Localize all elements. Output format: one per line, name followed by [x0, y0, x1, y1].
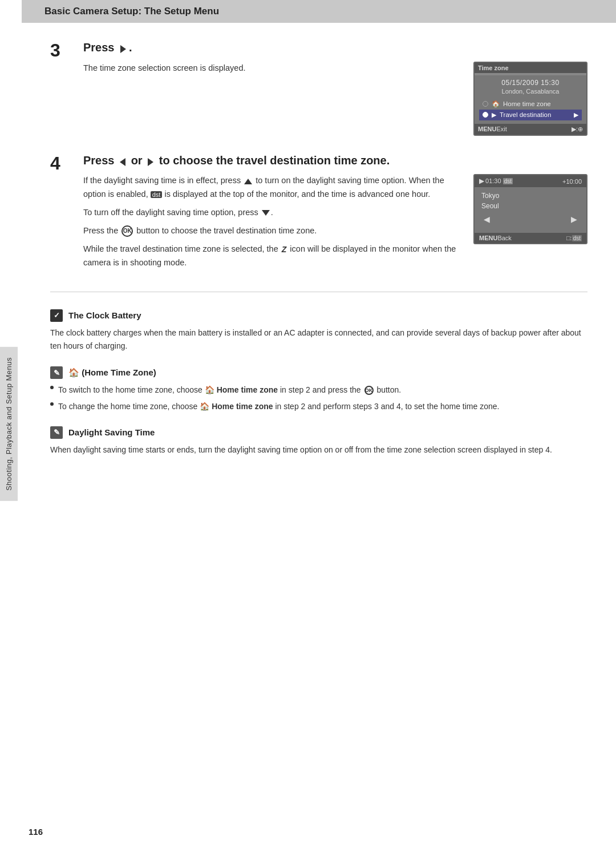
step-3-press-label: Press — [83, 41, 115, 54]
note-clock-battery-header: ✓ The Clock Battery — [50, 309, 587, 322]
screen1-row-1: 🏠 Home time zone — [479, 98, 582, 110]
step-3-section: 3 Press . The time zone selection screen… — [50, 40, 587, 136]
note-icon-pencil-1: ✎ — [50, 366, 63, 379]
step4-title-rest: to choose the travel destination time zo… — [159, 154, 390, 167]
bullet-dot-2 — [50, 402, 54, 406]
step-3-title-suffix: . — [129, 41, 132, 54]
screen1-row2-label: Travel destination — [500, 111, 551, 118]
screen2-header: ▶ 01:30 dst +10:00 — [475, 175, 586, 187]
note-home-bullet-1-text: To switch to the home time zone, choose … — [58, 383, 401, 396]
screen2-header-right: +10:00 — [562, 178, 582, 185]
screen2-city-1: Tokyo — [479, 191, 582, 201]
note-home-time-zone: ✎ 🏠 (Home Time Zone) To switch to the ho… — [50, 366, 587, 413]
step-4-section: 4 Press or to choose the travel destinat… — [50, 153, 587, 274]
screen1-footer: MENUExit ▶:⊕ — [475, 124, 586, 135]
step-3-arrow-right — [119, 41, 127, 56]
header-title: Basic Camera Setup: The Setup Menu — [44, 6, 219, 17]
note-dst-text: When daylight saving time starts or ends… — [50, 443, 587, 457]
step-3-content-row: The time zone selection screen is displa… — [83, 62, 587, 136]
step-4-title: Press or to choose the travel destinatio… — [83, 153, 587, 169]
step4-para4: While the travel destination time zone i… — [83, 243, 462, 270]
nav-right-arrow: ▶ — [571, 215, 577, 224]
step-3-number: 3 — [50, 40, 78, 59]
row2-arrow: ▶ — [574, 111, 578, 119]
note-home-time-zone-header: ✎ 🏠 (Home Time Zone) — [50, 366, 587, 379]
screen1-row-2: ▶ Travel destination ▶ — [479, 110, 582, 120]
screen2-city-2: Seoul — [479, 201, 582, 211]
step4-press: Press — [83, 154, 117, 167]
note-dst-header: ✎ Daylight Saving Time — [50, 426, 587, 439]
step4-para3: Press the OK button to choose the travel… — [83, 224, 462, 238]
note-home-bullet-2: To change the home time zone, choose 🏠 H… — [50, 400, 587, 413]
note-icon-pencil-2: ✎ — [50, 426, 63, 439]
screen1-title: Time zone — [475, 63, 586, 73]
step-3-text-col: The time zone selection screen is displa… — [83, 62, 462, 80]
city1-label: Tokyo — [481, 192, 499, 200]
camera-screen-1: Time zone 05/15/2009 15:30 London, Casab… — [473, 62, 587, 136]
notes-area: ✓ The Clock Battery The clock battery ch… — [22, 309, 616, 457]
screen2-header-left: ▶ 01:30 dst — [479, 177, 513, 185]
header-bar: Basic Camera Setup: The Setup Menu — [22, 0, 616, 23]
screen2-body: Tokyo Seoul ◀ ▶ — [475, 187, 586, 233]
note-home-bullet-2-text: To change the home time zone, choose 🏠 H… — [58, 400, 499, 413]
city2-label: Seoul — [481, 202, 499, 210]
step-3-desc: The time zone selection screen is displa… — [83, 62, 462, 75]
note-clock-battery-text: The clock battery charges when the main … — [50, 326, 587, 353]
step-4-number: 4 — [50, 153, 78, 172]
side-tab-label: Shooting, Playback and Setup Menus — [0, 347, 18, 501]
step-3-title: Press . — [83, 40, 587, 56]
divider — [50, 292, 587, 292]
travel-icon: ▶ — [492, 111, 496, 119]
note-home-bullet-1: To switch to the home time zone, choose … — [50, 383, 587, 396]
step4-or: or — [131, 154, 146, 167]
radio-1 — [483, 101, 488, 107]
note-home-time-zone-title: 🏠 (Home Time Zone) — [68, 368, 156, 378]
step4-tri-left — [119, 154, 127, 168]
note-icon-check: ✓ — [50, 309, 63, 322]
step4-tri-right — [147, 154, 155, 168]
note-dst-title: Daylight Saving Time — [68, 427, 155, 437]
bullet-dot-1 — [50, 386, 54, 389]
screen1-inner: 05/15/2009 15:30 London, Casablanca 🏠 Ho… — [475, 75, 586, 124]
camera-screen-2: ▶ 01:30 dst +10:00 Tokyo Seoul — [473, 174, 587, 244]
screen1-datetime: 05/15/2009 15:30 — [479, 79, 582, 87]
screen1-row1-label: Home time zone — [503, 100, 551, 107]
side-tab: Shooting, Playback and Setup Menus — [0, 0, 22, 848]
nav-left-arrow: ◀ — [484, 215, 490, 224]
step4-para1: If the daylight saving time is in effect… — [83, 174, 462, 201]
screen2-footer: MENUBack □:dst — [475, 233, 586, 243]
note-dst: ✎ Daylight Saving Time When daylight sav… — [50, 426, 587, 457]
step-4-text-col: If the daylight saving time is in effect… — [83, 174, 462, 274]
note-clock-battery: ✓ The Clock Battery The clock battery ch… — [50, 309, 587, 353]
home-icon-1: 🏠 — [492, 100, 500, 108]
screen2-nav-row: ◀ ▶ — [479, 211, 582, 227]
tri-right-icon — [120, 45, 126, 53]
step4-para2: To turn off the daylight saving time opt… — [83, 206, 462, 220]
screen1-footer-right: ▶:⊕ — [572, 126, 583, 133]
page-number: 116 — [29, 827, 43, 837]
radio-2 — [483, 112, 488, 118]
step-4-content-row: If the daylight saving time is in effect… — [83, 174, 587, 274]
screen1-footer-left: MENUExit — [478, 126, 507, 132]
screen2-footer-left: MENUBack — [479, 235, 512, 241]
content-area: 3 Press . The time zone selection screen… — [22, 40, 616, 274]
screen2-footer-right: □:dst — [566, 235, 582, 241]
step-3-body: Press . The time zone selection screen i… — [83, 40, 587, 136]
main-content: Basic Camera Setup: The Setup Menu 3 Pre… — [22, 0, 616, 848]
screen1-location: London, Casablanca — [479, 88, 582, 95]
step-4-body: Press or to choose the travel destinatio… — [83, 153, 587, 274]
note-clock-battery-title: The Clock Battery — [68, 310, 141, 320]
page: Shooting, Playback and Setup Menus Basic… — [0, 0, 616, 848]
